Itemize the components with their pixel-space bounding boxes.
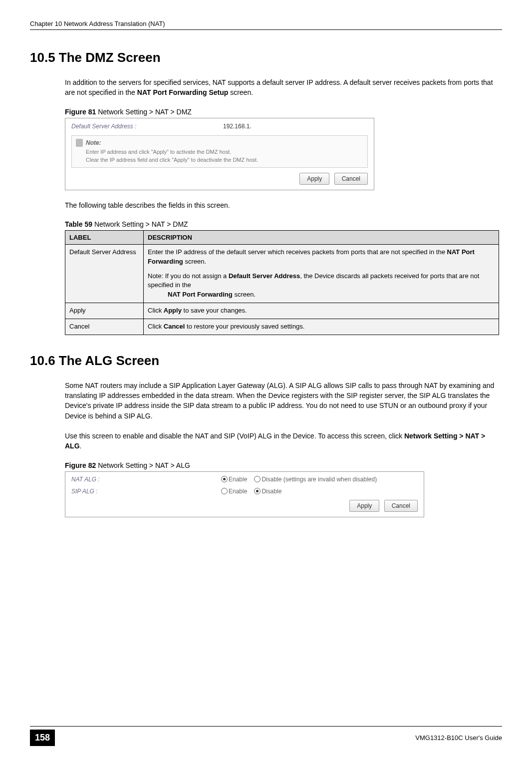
table-row: Cancel Click Cancel to restore your prev…: [65, 319, 499, 335]
default-server-input[interactable]: [221, 122, 315, 130]
th-label: LABEL: [65, 230, 144, 244]
page-number: 158: [30, 730, 55, 746]
cell-desc: Click Apply to save your changes.: [144, 303, 499, 319]
sip-alg-label: SIP ALG :: [71, 488, 221, 495]
cell-label: Apply: [65, 303, 144, 319]
section105-intro: In addition to the servers for specified…: [65, 77, 502, 98]
cancel-button[interactable]: Cancel: [334, 173, 368, 185]
table-intro: The following table describes the fields…: [65, 200, 502, 210]
default-server-label: Default Server Address :: [71, 123, 221, 130]
chapter-title: Chapter 10 Network Address Translation (…: [30, 20, 165, 27]
table-row: Apply Click Apply to save your changes.: [65, 303, 499, 319]
section-heading-105: 10.5 The DMZ Screen: [30, 50, 502, 65]
figure82: NAT ALG : Enable Disable (settings are i…: [65, 471, 424, 517]
enable-label: Enable: [229, 476, 247, 483]
nat-alg-enable-radio[interactable]: [221, 476, 228, 482]
figure81: Default Server Address : Note: Enter IP …: [65, 118, 374, 190]
cell-label: Cancel: [65, 319, 144, 335]
figure81-caption: Figure 81 Network Setting > NAT > DMZ: [65, 108, 502, 116]
enable-label: Enable: [229, 488, 247, 495]
th-description: DESCRIPTION: [144, 230, 499, 244]
disable-label: Disable (settings are invalid when disab…: [262, 476, 377, 483]
table-row: Default Server Address Enter the IP addr…: [65, 244, 499, 303]
nat-alg-label: NAT ALG :: [71, 476, 221, 483]
cancel-button[interactable]: Cancel: [384, 500, 418, 512]
cell-desc: Enter the IP address of the default serv…: [144, 244, 499, 303]
cell-label: Default Server Address: [65, 244, 144, 303]
note-icon: [76, 139, 83, 147]
page-header: Chapter 10 Network Address Translation (…: [30, 20, 502, 30]
guide-title: VMG1312-B10C User's Guide: [415, 734, 502, 742]
section106-para2: Use this screen to enable and disable th…: [65, 431, 502, 451]
cell-desc: Click Cancel to restore your previously …: [144, 319, 499, 335]
note-box: Note: Enter IP address and click "Apply"…: [71, 135, 368, 168]
apply-button[interactable]: Apply: [299, 173, 329, 185]
figure82-caption: Figure 82 Network Setting > NAT > ALG: [65, 461, 502, 469]
apply-button[interactable]: Apply: [349, 500, 379, 512]
note-line2: Clear the IP address field and click "Ap…: [76, 156, 363, 164]
page-footer: 158 VMG1312-B10C User's Guide: [30, 726, 502, 746]
table59-caption: Table 59 Network Setting > NAT > DMZ: [65, 220, 502, 228]
nat-alg-disable-radio[interactable]: [254, 476, 261, 482]
note-line1: Enter IP address and click "Apply" to ac…: [76, 148, 363, 156]
note-title: Note:: [86, 139, 101, 146]
section-heading-106: 10.6 The ALG Screen: [30, 353, 502, 369]
sip-alg-disable-radio[interactable]: [254, 488, 261, 494]
sip-alg-enable-radio[interactable]: [221, 488, 228, 494]
table59: LABEL DESCRIPTION Default Server Address…: [65, 230, 499, 335]
section106-para1: Some NAT routers may include a SIP Appli…: [65, 380, 502, 421]
disable-label: Disable: [262, 488, 281, 495]
